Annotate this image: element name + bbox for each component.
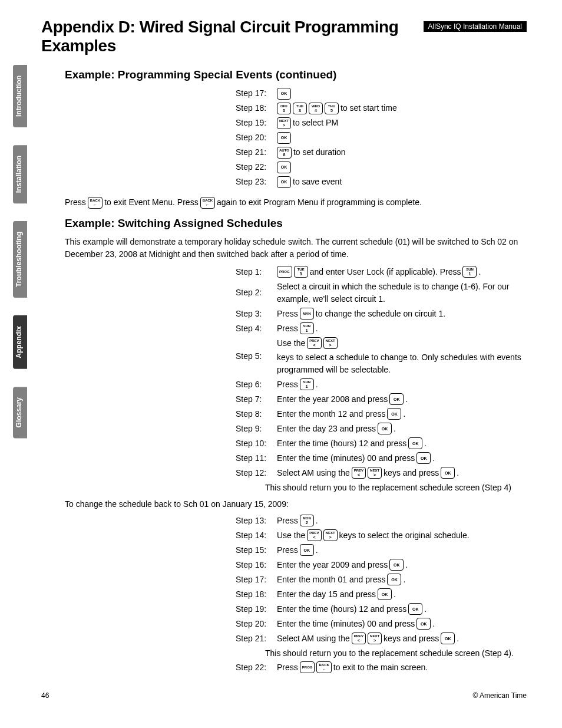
step-text: Press <box>277 661 298 674</box>
tab-troubleshooting[interactable]: Troubleshooting <box>13 221 27 298</box>
section2-subtitle: Example: Switching Assigned Schedules <box>65 217 527 230</box>
step-text: keys to select the original schedule. <box>339 529 470 542</box>
step-text: Press <box>277 515 298 527</box>
step-text: Enter the year 2009 and press <box>277 559 388 571</box>
section1-steps: Step 17:OKStep 18:OFF0TUE3WED4THU5 to se… <box>236 87 527 188</box>
step-text: to exit Event Menu. Press <box>104 196 199 209</box>
step-text: . <box>405 559 408 571</box>
step-content: Press SUN1. <box>277 378 318 391</box>
step-label: Step 23: <box>236 176 277 188</box>
step-text: Press <box>277 544 298 556</box>
step-content: OK <box>277 162 291 173</box>
page-number: 46 <box>41 691 49 700</box>
step-text: . <box>316 515 318 527</box>
step-text: Select a circuit in which the schedule i… <box>277 281 527 305</box>
step-label: Step 20: <box>236 618 277 630</box>
key-ok: OK <box>416 452 431 464</box>
step-text: Enter the time (minutes) 00 and press <box>277 452 415 465</box>
step-text: Press <box>65 196 86 209</box>
step-text: . <box>405 393 408 406</box>
step-text: Enter the year 2008 and press <box>277 393 388 406</box>
side-tabs: IntroductionInstallationTroubleshootingA… <box>0 65 27 456</box>
step-text: to exit to the main screen. <box>333 661 428 674</box>
step-label: Step 11: <box>236 452 277 465</box>
key-next: NEXT> <box>323 337 338 349</box>
step-content: Enter the time (minutes) 00 and press OK… <box>277 452 435 465</box>
step-text: . <box>394 423 396 435</box>
step-label: Step 19: <box>236 603 277 615</box>
step-text: Press <box>277 308 298 320</box>
key-ok: OK <box>389 393 404 405</box>
key-ok: OK <box>300 544 314 556</box>
step-row: Step 23:OK to save event <box>236 176 527 188</box>
step-content: Press SUN1. <box>277 322 318 335</box>
step-label: Step 14: <box>236 529 277 542</box>
section2-stepsB: Step 13:Press MON2.Step 14:Use the PREV<… <box>236 515 527 645</box>
step-content: Select a circuit in which the schedule i… <box>277 281 527 305</box>
step-text: and enter User Lock (if applicable). Pre… <box>310 266 461 278</box>
step-row: Step 19:NEXT> to select PM <box>236 117 527 129</box>
step-content: Enter the year 2008 and press OK. <box>277 393 408 406</box>
step-row: Step 8:Enter the month 12 and press OK. <box>236 408 527 420</box>
step-row: Step 18:OFF0TUE3WED4THU5 to set start ti… <box>236 102 527 114</box>
step-content: Press OK. <box>277 544 318 556</box>
step-content: PROGTUE3 and enter User Lock (if applica… <box>277 266 481 278</box>
step-content: Press PROGBACK← to exit to the main scre… <box>277 661 428 674</box>
step-row: Step 21:Select AM using the PREV<NEXT> k… <box>236 633 527 645</box>
key-prog: PROG <box>300 661 315 673</box>
step-text: to save event <box>293 176 342 188</box>
step-label: Step 1: <box>236 266 277 278</box>
step-row: Step 6:Press SUN1. <box>236 378 527 391</box>
step-content: Enter the time (minutes) 00 and press OK… <box>277 618 435 630</box>
step-text: Select AM using the <box>277 633 350 645</box>
step-label: Step 18: <box>236 588 277 601</box>
step-content: Enter the day 15 and press OK. <box>277 588 396 601</box>
step-row: Step 1:PROGTUE3 and enter User Lock (if … <box>236 266 527 278</box>
tab-installation[interactable]: Installation <box>13 145 27 203</box>
step-text: to select PM <box>293 117 338 129</box>
key-next: NEXT> <box>368 633 382 644</box>
step-text: Press <box>277 378 298 391</box>
key-next: NEXT> <box>277 117 291 129</box>
step-row: Step 19:Enter the time (hours) 12 and pr… <box>236 603 527 615</box>
step-text: keys and press <box>384 633 439 645</box>
step-content: OK to save event <box>277 176 342 188</box>
step-text: . <box>316 544 318 556</box>
step-content: Enter the time (hours) 12 and press OK. <box>277 437 427 450</box>
section2-noteB: This should return you to the replacemen… <box>265 648 527 658</box>
step-row: Step 7:Enter the year 2008 and press OK. <box>236 393 527 406</box>
step-row: Step 21:AUTO8 to set duration <box>236 146 527 159</box>
key-ok: OK <box>389 559 404 571</box>
step-label: Step 5: <box>236 350 277 363</box>
step-row: Step 12:Select AM using the PREV<NEXT> k… <box>236 467 527 479</box>
step-content: Enter the month 01 and press OK. <box>277 574 405 586</box>
step-text: . <box>424 437 427 450</box>
step-text: . <box>457 633 459 645</box>
tab-appendix[interactable]: Appendix <box>13 315 27 369</box>
step-text: to set duration <box>293 146 346 159</box>
step-row: Step 18:Enter the day 15 and press OK. <box>236 588 527 601</box>
tab-introduction[interactable]: Introduction <box>13 65 27 127</box>
step-label: Step 6: <box>236 378 277 391</box>
step-text: keys to select a schedule to change to. … <box>277 351 527 376</box>
key-wed: WED4 <box>309 103 323 114</box>
section2-stepsA: Step 1:PROGTUE3 and enter User Lock (if … <box>236 266 527 479</box>
step-row: Step 14:Use the PREV<NEXT> keys to selec… <box>236 529 527 542</box>
appendix-title: Appendix D: Wired Signal Circuit Program… <box>41 18 424 55</box>
key-ok: OK <box>416 618 431 630</box>
section1-subtitle: Example: Programming Special Events (con… <box>65 68 527 81</box>
tab-glossary[interactable]: Glossary <box>13 387 27 438</box>
key-ok: OK <box>408 437 422 449</box>
key-ok: OK <box>277 176 291 188</box>
key-ok: OK <box>387 408 401 420</box>
key-prev: PREV< <box>352 467 366 479</box>
key-ok: OK <box>408 603 422 615</box>
section2-midnote: To change the schedule back to Sch 01 on… <box>65 499 527 509</box>
step-row: Step 4:Press SUN1. <box>236 322 527 335</box>
step-text: to change the schedule on circuit 1. <box>316 308 445 320</box>
key-back: BACK← <box>316 661 331 673</box>
step-content: Enter the time (hours) 12 and press OK. <box>277 603 427 615</box>
step-label: Step 18: <box>236 102 277 114</box>
step-content: Enter the month 12 and press OK. <box>277 408 405 420</box>
key-prev: PREV< <box>352 633 366 644</box>
